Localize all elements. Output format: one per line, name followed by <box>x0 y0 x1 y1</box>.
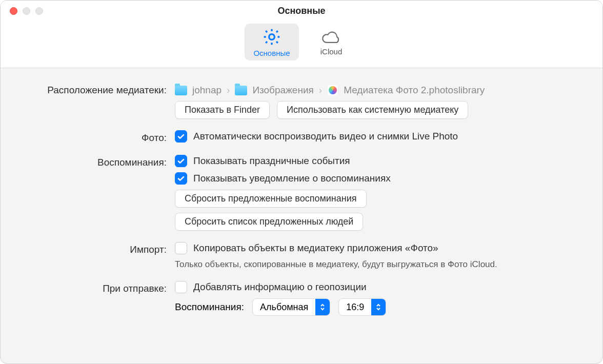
close-window-button[interactable] <box>10 7 17 15</box>
crumb-library: Медиатека Фото 2.photoslibrary <box>344 85 485 96</box>
chevron-right-icon: › <box>319 85 322 96</box>
copy-to-library-label: Копировать объекты в медиатеку приложени… <box>193 242 438 254</box>
chevron-right-icon: › <box>227 85 230 96</box>
reset-suggested-memories-button[interactable]: Сбросить предложенные воспоминания <box>175 190 367 208</box>
reset-suggested-people-button[interactable]: Сбросить список предложенных людей <box>175 213 363 231</box>
show-holidays-checkbox[interactable] <box>175 155 187 167</box>
updown-icon <box>371 299 386 315</box>
memories-notification-checkbox[interactable] <box>175 172 187 185</box>
copy-to-library-checkbox[interactable] <box>175 242 187 254</box>
use-as-system-library-button[interactable]: Использовать как системную медиатеку <box>277 101 468 119</box>
window-title: Основные <box>1 6 602 16</box>
svg-point-0 <box>269 34 275 40</box>
row-sharing: При отправке: Добавлять информацию о гео… <box>21 281 582 316</box>
content-area: Расположение медиатеки: johnap › Изображ… <box>1 68 602 363</box>
show-in-finder-button[interactable]: Показать в Finder <box>175 101 270 119</box>
folder-icon <box>235 86 247 95</box>
minimize-window-button[interactable] <box>23 7 30 15</box>
aspect-ratio-value: 16:9 <box>339 302 371 313</box>
photo-label: Фото: <box>21 130 175 144</box>
library-path-breadcrumb: johnap › Изображения › Медиатека Фото 2.… <box>175 83 582 96</box>
toolbar: Основные iCloud <box>1 22 602 68</box>
titlebar: Основные <box>1 1 602 22</box>
window-controls <box>10 7 43 15</box>
memories-notification-label: Показывать уведомление о воспоминаниях <box>193 173 391 184</box>
orientation-value: Альбомная <box>253 302 315 313</box>
tab-general-label: Основные <box>253 49 290 57</box>
tab-icloud[interactable]: iCloud <box>304 24 358 60</box>
cloud-icon <box>321 30 341 46</box>
tab-general[interactable]: Основные <box>245 24 299 60</box>
aspect-ratio-select[interactable]: 16:9 <box>338 298 386 316</box>
sharing-label: При отправке: <box>21 281 175 294</box>
include-location-label: Добавлять информацию о геопозиции <box>193 281 367 293</box>
tab-icloud-label: iCloud <box>320 47 343 56</box>
row-memories: Воспоминания: Показывать праздничные соб… <box>21 155 582 231</box>
crumb-pictures: Изображения <box>252 85 313 96</box>
row-import: Импорт: Копировать объекты в медиатеку п… <box>21 242 582 270</box>
row-library-location: Расположение медиатеки: johnap › Изображ… <box>21 83 582 119</box>
memories-label: Воспоминания: <box>21 155 175 168</box>
autoplay-checkbox[interactable] <box>175 130 187 143</box>
autoplay-label: Автоматически воспроизводить видео и сни… <box>193 131 458 142</box>
show-holidays-label: Показывать праздничные события <box>193 155 350 167</box>
row-photo: Фото: Автоматически воспроизводить видео… <box>21 130 582 144</box>
library-location-label: Расположение медиатеки: <box>21 83 175 96</box>
zoom-window-button[interactable] <box>35 7 43 15</box>
memories-format-label: Воспоминания: <box>175 301 244 313</box>
gear-icon <box>262 27 282 47</box>
crumb-user: johnap <box>192 85 222 96</box>
folder-icon <box>175 86 187 95</box>
updown-icon <box>315 299 330 315</box>
preferences-window: Основные Основные iCloud Расположение ме… <box>0 0 603 364</box>
photos-library-icon <box>327 85 338 96</box>
import-label: Импорт: <box>21 242 175 255</box>
import-note: Только объекты, скопированные в медиатек… <box>175 259 582 270</box>
include-location-checkbox[interactable] <box>175 281 187 293</box>
orientation-select[interactable]: Альбомная <box>252 298 330 316</box>
